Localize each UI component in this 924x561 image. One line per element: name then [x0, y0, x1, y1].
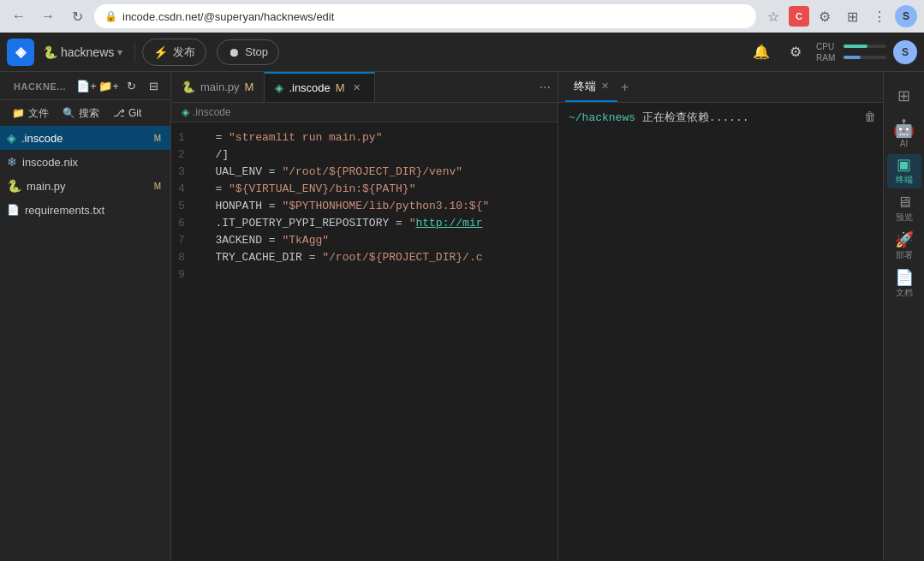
file-item-nix[interactable]: ❄ inscode.nix	[0, 150, 170, 174]
settings-icon[interactable]: ⚙	[782, 39, 809, 66]
tab-inscode[interactable]: ◈ .inscode M ✕	[265, 72, 374, 102]
preview-icon: 🖥	[897, 194, 912, 210]
code-line-5: = "${VIRTUAL_ENV}/bin:${PATH}"	[195, 181, 557, 198]
sidebar-file-button[interactable]: 📁 文件	[7, 104, 54, 123]
sidebar-nav: 📁 文件 🔍 搜索 ⎇ Git	[0, 100, 170, 126]
sidebar-git-button[interactable]: ⎇ Git	[108, 104, 146, 122]
refresh-button[interactable]: ↻	[65, 4, 89, 28]
breadcrumb-icon: ◈	[182, 106, 189, 118]
file-breadcrumb: ◈ .inscode	[171, 103, 557, 122]
lock-icon: 🔒	[104, 10, 117, 22]
app-topbar: ◈ 🐍 hacknews ▾ ⚡ 发布 ⏺ Stop 🔔 ⚙ CPU RAM S	[0, 33, 924, 72]
chevron-down-icon: ▾	[117, 46, 122, 58]
code-line-7: .IT_POETRY_PYPI_REPOSITORY = "http://mir	[195, 215, 557, 232]
refresh-icon[interactable]: ↻	[121, 75, 141, 96]
layout-button[interactable]: ⊞	[887, 79, 921, 113]
terminal-tab[interactable]: 终端 ✕	[565, 72, 617, 102]
browser-chrome: ← → ↻ 🔒 incode.csdn.net/@superyan/hackne…	[0, 0, 924, 33]
nix-file-icon: ❄	[7, 155, 17, 169]
main-layout: HACKNE... 📄+ 📁+ ↻ ⊟ 📁 文件 🔍 搜索 ⎇ Git ◈	[0, 72, 924, 561]
terminal-sidebar-button[interactable]: ▣ 终端	[887, 154, 921, 188]
code-line-3: /]	[195, 146, 557, 164]
deploy-icon: 🚀	[895, 232, 914, 248]
bookmark-button[interactable]: ☆	[761, 4, 785, 28]
forward-button[interactable]: →	[36, 4, 60, 28]
stop-icon: ⏺	[228, 45, 240, 59]
file-icon: 📁	[12, 107, 25, 119]
tab-overflow-menu[interactable]: ···	[533, 80, 557, 95]
git-icon: ⎇	[113, 107, 125, 119]
terminal-status-text: 正在检查依赖......	[642, 111, 749, 124]
collapse-icon[interactable]: ⊟	[143, 75, 164, 96]
code-line-6: HONPATH = "$PYTHONHOME/lib/python3.10:${…	[195, 198, 557, 215]
divider	[134, 42, 135, 63]
terminal-icon: ▣	[897, 157, 911, 172]
terminal-add-button[interactable]: +	[617, 80, 632, 95]
file-list: ◈ .inscode M ❄ inscode.nix 🐍 main.py M 📄…	[0, 126, 170, 561]
editor-area: 🐍 main.py M ◈ .inscode M ✕ ··· ◈ .inscod…	[171, 72, 557, 561]
sidebar-toolbar: HACKNE... 📄+ 📁+ ↻ ⊟	[0, 72, 170, 100]
file-item-requirements[interactable]: 📄 requirements.txt	[0, 198, 170, 222]
ai-icon: 🤖	[893, 120, 915, 137]
editor-tabs: 🐍 main.py M ◈ .inscode M ✕ ···	[171, 72, 557, 103]
inscode-tab-icon: ◈	[275, 81, 283, 94]
cpu-ram-display: CPU RAM	[816, 42, 886, 63]
code-line-9: TRY_CACHE_DIR = "/root/${PROJECT_DIR}/.c	[195, 249, 557, 266]
line-numbers: 1 2 3 4 5 6 7 8 9	[171, 122, 195, 561]
bell-icon[interactable]: 🔔	[748, 39, 775, 66]
right-sidebar: ⊞ 🤖 AI ▣ 终端 🖥 预览 🚀 部署 📄 文档	[883, 72, 924, 561]
terminal-panel: 终端 ✕ + ~/hacknews 正在检查依赖...... 🗑	[557, 72, 883, 561]
topbar-sys: 🔔 ⚙ CPU RAM S	[748, 39, 917, 66]
publish-icon: ⚡	[153, 45, 168, 59]
topbar-user-avatar[interactable]: S	[893, 40, 917, 64]
back-button[interactable]: ←	[7, 4, 31, 28]
ai-button[interactable]: 🤖 AI	[887, 116, 921, 151]
file-item-main-py[interactable]: 🐍 main.py M	[0, 174, 170, 198]
search-icon: 🔍	[63, 107, 75, 119]
url-text: incode.csdn.net/@superyan/hacknews/edit	[122, 10, 334, 23]
editor-content[interactable]: 1 2 3 4 5 6 7 8 9 = "streamlit run main.…	[171, 122, 557, 561]
main-py-tab-icon: 🐍	[182, 81, 195, 93]
profile-button[interactable]: ⊞	[840, 4, 864, 28]
user-avatar[interactable]: S	[895, 5, 917, 27]
project-name[interactable]: 🐍 hacknews ▾	[38, 42, 128, 63]
app-logo: ◈	[7, 39, 34, 66]
csdn-icon-button[interactable]: C	[789, 6, 809, 27]
browser-actions: ☆ C ⚙ ⊞ ⋮ S	[761, 4, 917, 28]
extensions-button[interactable]: ⚙	[813, 4, 837, 28]
stop-button[interactable]: ⏺ Stop	[217, 39, 279, 65]
new-file-icon[interactable]: 📄+	[76, 75, 97, 96]
publish-button[interactable]: ⚡ 发布	[142, 39, 206, 66]
inscode-file-icon: ◈	[7, 131, 16, 145]
python-file-icon: 🐍	[7, 179, 21, 193]
preview-button[interactable]: 🖥 预览	[887, 192, 921, 226]
terminal-tabs: 终端 ✕ +	[558, 72, 883, 103]
code-editor[interactable]: = "streamlit run main.py" /] UAL_ENV = "…	[195, 122, 557, 561]
code-line-4: UAL_ENV = "/root/${PROJECT_DIR}/venv"	[195, 164, 557, 181]
deploy-button[interactable]: 🚀 部署	[887, 230, 921, 264]
terminal-content[interactable]: ~/hacknews 正在检查依赖...... 🗑	[558, 103, 883, 561]
terminal-clear-button[interactable]: 🗑	[864, 110, 876, 123]
tab-close-button[interactable]: ✕	[350, 81, 364, 95]
file-item-inscode[interactable]: ◈ .inscode M	[0, 126, 170, 150]
docs-button[interactable]: 📄 文档	[887, 267, 921, 301]
url-bar[interactable]: 🔒 incode.csdn.net/@superyan/hacknews/edi…	[94, 4, 756, 28]
sidebar-section-label: HACKNE...	[7, 78, 73, 93]
sidebar-search-button[interactable]: 🔍 搜索	[57, 104, 104, 123]
docs-icon: 📄	[895, 270, 914, 285]
code-line-1: = "streamlit run main.py"	[195, 129, 557, 146]
new-folder-icon[interactable]: 📁+	[98, 75, 119, 96]
tab-main-py[interactable]: 🐍 main.py M	[171, 72, 265, 102]
txt-file-icon: 📄	[7, 204, 20, 216]
menu-button[interactable]: ⋮	[867, 4, 891, 28]
terminal-tab-close[interactable]: ✕	[601, 81, 609, 92]
sidebar: HACKNE... 📄+ 📁+ ↻ ⊟ 📁 文件 🔍 搜索 ⎇ Git ◈	[0, 72, 171, 561]
layout-icon: ⊞	[897, 88, 910, 104]
code-line-8: 3ACKEND = "TkAgg"	[195, 232, 557, 249]
terminal-path: ~/hacknews	[569, 111, 635, 124]
